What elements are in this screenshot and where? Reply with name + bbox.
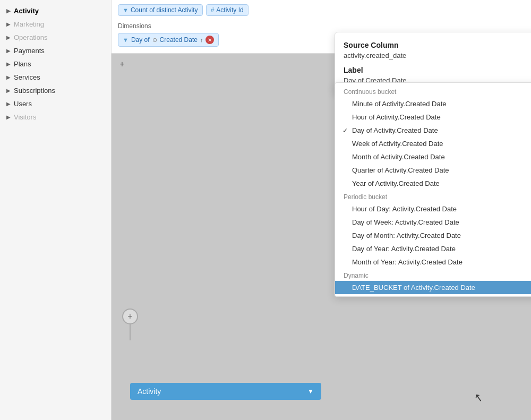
activity-node[interactable]: Activity ▼ — [130, 383, 321, 400]
dimension-pill-created-date[interactable]: ▼ Day of ⊙ Created Date ↑ ✕ — [118, 33, 219, 47]
sort-icon: ↑ — [200, 37, 203, 43]
chevron-icon: ▶ — [6, 114, 11, 120]
dynamic-group: Dynamic — [335, 269, 531, 281]
dropdown-item-day-of-week[interactable]: Day of Week: Activity.Created Date — [335, 216, 531, 229]
measure-chip-activity-id[interactable]: # Activity Id — [206, 4, 249, 16]
dimensions-section-label: Dimensions — [118, 22, 525, 30]
sidebar-item-visitors[interactable]: ▶ Visitors — [0, 110, 111, 124]
add-node-button[interactable]: + — [122, 308, 138, 324]
chevron-icon: ▶ — [6, 35, 11, 40]
sidebar-item-subscriptions[interactable]: ▶ Subscriptions — [0, 84, 111, 97]
measures-row: ▼ Count of distinct Activity # Activity … — [118, 4, 525, 16]
dropdown-item-month[interactable]: Month of Activity.Created Date — [335, 150, 531, 164]
source-column-label: Source Column — [344, 41, 531, 49]
dropdown-item-day[interactable]: Day of Activity.Created Date — [335, 124, 531, 137]
chevron-icon: ▶ — [6, 48, 11, 54]
dropdown-item-day-of-month[interactable]: Day of Month: Activity.Created Date — [335, 229, 531, 242]
dropdown-menu: Continuous bucket Minute of Activity.Cre… — [335, 82, 531, 297]
periodic-bucket-group: Periodic bucket — [335, 190, 531, 202]
chevron-icon: ▶ — [6, 74, 11, 80]
dropdown-item-minute[interactable]: Minute of Activity.Created Date — [335, 97, 531, 110]
dropdown-item-day-of-year[interactable]: Day of Year: Activity.Created Date — [335, 242, 531, 255]
sidebar-item-activity[interactable]: ▶ Activity — [0, 4, 111, 18]
dropdown-item-year[interactable]: Year of Activity.Created Date — [335, 177, 531, 190]
label-field-label: Label — [344, 66, 531, 74]
canvas-add-button[interactable]: + — [116, 58, 129, 71]
dropdown-item-quarter[interactable]: Quarter of Activity.Created Date — [335, 164, 531, 177]
chevron-icon: ▶ — [6, 61, 11, 67]
dropdown-item-date-bucket[interactable]: DATE_BUCKET of Activity.Created Date — [335, 281, 531, 294]
continuous-bucket-group: Continuous bucket — [335, 85, 531, 97]
chevron-icon: ▶ — [6, 101, 11, 107]
main-content: ▼ Count of distinct Activity # Activity … — [112, 0, 531, 420]
node-wrapper: + — [122, 308, 138, 340]
sidebar-item-plans[interactable]: ▶ Plans — [0, 57, 111, 71]
chevron-icon: ▶ — [6, 21, 11, 27]
dropdown-item-week[interactable]: Week of Activity.Created Date — [335, 137, 531, 150]
chevron-right-icon: ▼ — [307, 388, 314, 395]
measure-chip-count[interactable]: ▼ Count of distinct Activity — [118, 4, 203, 16]
remove-dimension-button[interactable]: ✕ — [205, 36, 214, 44]
dropdown-item-month-of-year[interactable]: Month of Year: Activity.Created Date — [335, 255, 531, 269]
sidebar-item-users[interactable]: ▶ Users — [0, 97, 111, 110]
cursor-arrow-icon: ↖ — [473, 391, 484, 405]
source-column-value: activity.created_date — [344, 52, 531, 59]
sidebar: ▶ Activity ▶ Marketing ▶ Operations ▶ Pa… — [0, 0, 112, 420]
chevron-icon: ▶ — [6, 88, 11, 93]
chevron-icon: ▶ — [6, 8, 11, 14]
clock-icon: ⊙ — [152, 37, 157, 44]
sidebar-item-operations[interactable]: ▶ Operations — [0, 31, 111, 44]
sidebar-item-marketing[interactable]: ▶ Marketing — [0, 18, 111, 31]
sidebar-item-payments[interactable]: ▶ Payments — [0, 44, 111, 57]
arrow-icon: ▼ — [123, 7, 129, 13]
dropdown-item-hour[interactable]: Hour of Activity.Created Date — [335, 110, 531, 124]
connector-line-vertical — [130, 324, 131, 340]
dropdown-item-hour-of-day[interactable]: Hour of Day: Activity.Created Date — [335, 202, 531, 216]
hash-icon: # — [211, 6, 215, 14]
sidebar-item-services[interactable]: ▶ Services — [0, 71, 111, 84]
arrow-icon: ▼ — [123, 37, 129, 43]
